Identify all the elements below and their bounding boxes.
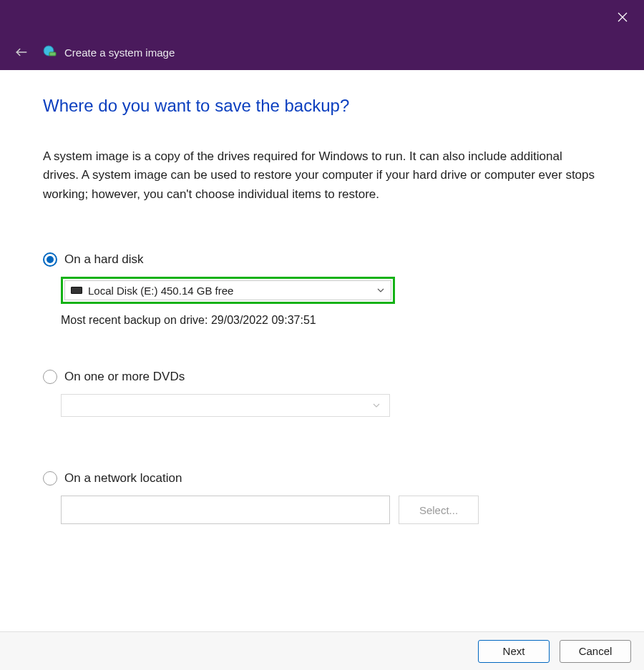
- option-hard-disk[interactable]: On a hard disk: [43, 252, 601, 267]
- hard-drive-icon: [71, 287, 82, 294]
- page-description: A system image is a copy of the drives r…: [43, 147, 601, 204]
- header-title: Create a system image: [64, 46, 175, 59]
- network-path-input[interactable]: [61, 496, 390, 524]
- option-network-label: On a network location: [64, 471, 182, 486]
- back-button[interactable]: [13, 44, 30, 61]
- option-hard-disk-label: On a hard disk: [64, 252, 144, 267]
- chevron-down-icon: [372, 401, 381, 410]
- option-dvd-label: On one or more DVDs: [64, 370, 185, 384]
- chevron-down-icon: [376, 286, 385, 295]
- next-button[interactable]: Next: [478, 640, 550, 663]
- option-network[interactable]: On a network location: [43, 471, 601, 486]
- radio-hard-disk[interactable]: [43, 252, 57, 267]
- close-button[interactable]: [613, 7, 633, 27]
- close-icon: [618, 12, 628, 22]
- drive-dropdown[interactable]: Local Disk (E:) 450.14 GB free: [64, 280, 391, 300]
- system-image-icon: [43, 45, 57, 59]
- back-arrow-icon: [15, 46, 28, 59]
- recent-backup-text: Most recent backup on drive: 29/03/2022 …: [61, 314, 601, 327]
- drive-select-highlight: Local Disk (E:) 450.14 GB free: [61, 277, 395, 304]
- select-network-button[interactable]: Select...: [399, 496, 479, 524]
- header-bar: Create a system image: [0, 34, 644, 70]
- cancel-button[interactable]: Cancel: [560, 640, 631, 663]
- drive-dropdown-value: Local Disk (E:) 450.14 GB free: [88, 285, 233, 297]
- footer-bar: Next Cancel: [0, 631, 644, 670]
- page-heading: Where do you want to save the backup?: [43, 96, 601, 116]
- radio-network[interactable]: [43, 471, 57, 486]
- option-dvd[interactable]: On one or more DVDs: [43, 370, 601, 384]
- dvd-dropdown[interactable]: [61, 394, 390, 417]
- titlebar: [0, 0, 644, 34]
- svg-rect-4: [49, 52, 56, 56]
- radio-dvd[interactable]: [43, 370, 57, 384]
